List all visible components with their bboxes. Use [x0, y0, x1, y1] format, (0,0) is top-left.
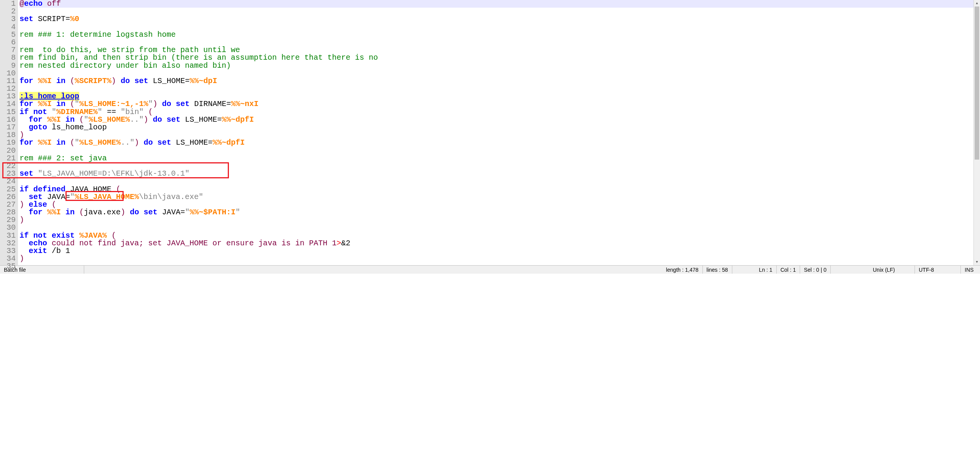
line-number: 18 [0, 131, 16, 139]
code-line[interactable]: for %%I in ("%LS_HOME:~1,-1%") do set DI… [20, 100, 973, 108]
code-line[interactable]: set "LS_JAVA_HOME=D:\EFKL\jdk-13.0.1" [20, 170, 973, 178]
code-line[interactable]: rem ### 1: determine logstash home [20, 31, 973, 39]
line-number: 8 [0, 54, 16, 62]
line-number: 31 [0, 232, 16, 240]
line-number: 9 [0, 62, 16, 70]
code-line[interactable] [20, 162, 973, 170]
editor-area: 1234567891011121314151617181920212223242… [0, 0, 980, 265]
line-number-gutter: 1234567891011121314151617181920212223242… [0, 0, 18, 265]
line-number: 35 [0, 263, 16, 270]
line-number: 13 [0, 93, 16, 100]
code-line[interactable]: for %%I in (%SCRIPT%) do set LS_HOME=%%~… [20, 77, 973, 85]
line-number: 21 [0, 155, 16, 162]
line-number: 2 [0, 8, 16, 15]
code-line[interactable]: ) else ( [20, 201, 973, 209]
line-number: 7 [0, 46, 16, 54]
code-line[interactable] [20, 263, 973, 270]
line-number: 1 [0, 0, 16, 8]
line-number: 17 [0, 124, 16, 131]
scroll-down-arrow[interactable]: ▼ [974, 259, 980, 265]
code-line[interactable]: :ls_home_loop [20, 93, 973, 100]
line-number: 16 [0, 116, 16, 124]
code-line[interactable]: goto ls_home_loop [20, 124, 973, 131]
line-number: 32 [0, 240, 16, 247]
line-number: 29 [0, 216, 16, 224]
vertical-scrollbar[interactable]: ▲ ▼ [973, 0, 980, 265]
code-line[interactable]: if defined JAVA_HOME ( [20, 186, 973, 193]
line-number: 5 [0, 31, 16, 39]
code-line[interactable]: if not exist %JAVA% ( [20, 232, 973, 240]
line-number: 22 [0, 162, 16, 170]
code-line[interactable] [20, 147, 973, 155]
code-line[interactable]: for %%I in (java.exe) do set JAVA="%%~$P… [20, 209, 973, 216]
line-number: 14 [0, 100, 16, 108]
line-number: 12 [0, 85, 16, 93]
line-number: 6 [0, 39, 16, 46]
line-number: 15 [0, 108, 16, 116]
scroll-up-arrow[interactable]: ▲ [974, 0, 980, 7]
line-number: 19 [0, 139, 16, 147]
line-number: 4 [0, 23, 16, 31]
line-number: 20 [0, 147, 16, 155]
line-number: 24 [0, 178, 16, 185]
code-text-area[interactable]: @echo offset SCRIPT=%0rem ### 1: determi… [18, 0, 973, 265]
code-line[interactable]: exit /b 1 [20, 247, 973, 255]
line-number: 34 [0, 255, 16, 263]
line-number: 3 [0, 15, 16, 23]
line-number: 33 [0, 247, 16, 255]
code-line[interactable]: ) [20, 131, 973, 139]
code-line[interactable] [20, 70, 973, 77]
line-number: 23 [0, 170, 16, 178]
line-number: 10 [0, 70, 16, 77]
code-line[interactable]: ) [20, 216, 973, 224]
line-number: 27 [0, 201, 16, 209]
line-number: 30 [0, 224, 16, 232]
code-line[interactable]: ) [20, 255, 973, 263]
code-line[interactable]: for %%I in ("%LS_HOME%..") do set LS_HOM… [20, 116, 973, 124]
code-line[interactable] [20, 178, 973, 185]
code-line[interactable]: if not "%DIRNAME%" == "bin" ( [20, 108, 973, 116]
code-line[interactable] [20, 224, 973, 232]
code-line[interactable]: rem to do this, we strip from the path u… [20, 46, 973, 54]
code-line[interactable]: set SCRIPT=%0 [20, 15, 973, 23]
code-line[interactable]: for %%I in ("%LS_HOME%..") do set LS_HOM… [20, 139, 973, 147]
code-line[interactable]: rem nested directory under bin also name… [20, 62, 973, 70]
code-line[interactable]: @echo off [20, 0, 973, 8]
code-line[interactable]: echo could not find java; set JAVA_HOME … [20, 240, 973, 247]
line-number: 28 [0, 209, 16, 216]
code-line[interactable]: rem ### 2: set java [20, 155, 973, 162]
code-line[interactable] [20, 23, 973, 31]
code-line[interactable] [20, 8, 973, 15]
line-number: 26 [0, 193, 16, 201]
scroll-thumb[interactable] [975, 7, 979, 160]
line-number: 25 [0, 186, 16, 193]
code-line[interactable]: rem find bin, and then strip bin (there … [20, 54, 973, 62]
line-number: 11 [0, 77, 16, 85]
code-line[interactable] [20, 85, 973, 93]
code-line[interactable]: set JAVA="%LS_JAVA_HOME%\bin\java.exe" [20, 193, 973, 201]
code-line[interactable] [20, 39, 973, 46]
status-encoding[interactable]: UTF-8 [915, 266, 961, 274]
